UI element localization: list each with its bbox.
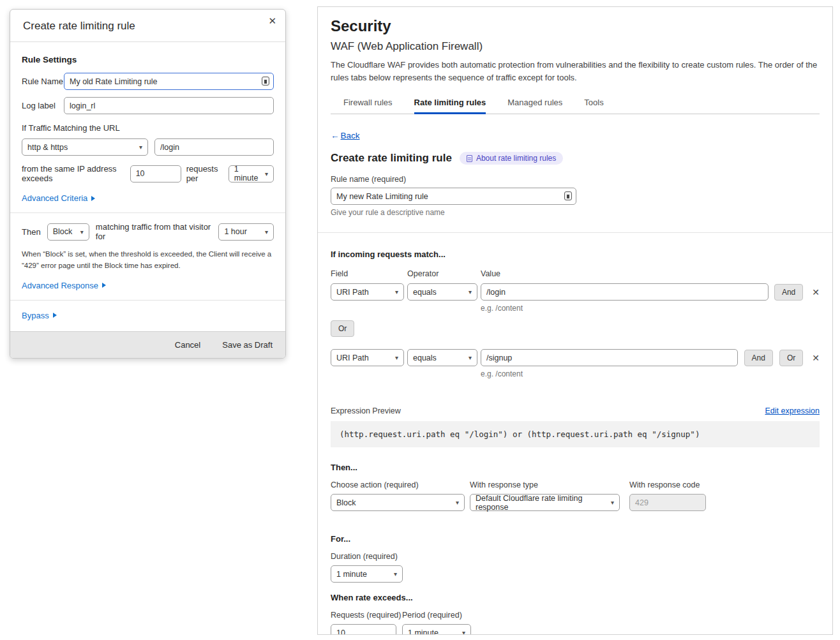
back-link[interactable]: ← Back — [331, 131, 360, 140]
password-manager-icon[interactable] — [564, 191, 572, 200]
chevron-down-icon: ▾ — [611, 499, 614, 506]
or-button[interactable]: Or — [331, 320, 354, 337]
for-heading: For... — [331, 534, 820, 544]
divider — [10, 212, 285, 213]
security-waf-panel: Security WAF (Web Application Firewall) … — [317, 6, 833, 635]
threshold-input[interactable] — [130, 165, 181, 182]
remove-condition-icon[interactable]: ✕ — [812, 353, 820, 363]
password-manager-icon[interactable] — [262, 77, 269, 86]
value-hint: e.g. /content — [481, 369, 820, 378]
operator-select[interactable]: equals ▾ — [407, 283, 477, 301]
chevron-down-icon: ▾ — [462, 629, 465, 635]
chevron-down-icon: ▾ — [456, 499, 459, 506]
rule-name-label: Rule Name — [22, 77, 64, 86]
condition-row: URI Path ▾ equals ▾ And Or ✕ — [331, 349, 820, 366]
chevron-down-icon: ▾ — [80, 228, 84, 235]
rule-name-input[interactable] — [331, 188, 576, 205]
cancel-button[interactable]: Cancel — [175, 340, 200, 350]
page-subtitle: WAF (Web Application Firewall) — [331, 40, 820, 53]
match-heading: If incoming requests match... — [331, 249, 820, 259]
traffic-match-label: If Traffic Matching the URL — [22, 123, 274, 133]
operator-label: Operator — [407, 269, 477, 278]
advanced-criteria-link[interactable]: Advanced Criteria — [22, 193, 95, 203]
chevron-down-icon: ▾ — [394, 570, 397, 577]
save-as-draft-button[interactable]: Save as Draft — [222, 340, 273, 350]
and-button[interactable]: And — [744, 350, 773, 366]
page-description: The Cloudflare WAF provides both automat… — [331, 59, 820, 84]
threshold-prefix: from the same IP address exceeds — [22, 164, 125, 183]
then-heading: Then... — [331, 463, 820, 472]
log-label-label: Log label — [22, 101, 64, 110]
operator-select[interactable]: equals ▾ — [407, 349, 477, 366]
disclosure-arrow-icon — [53, 313, 57, 318]
create-rate-limit-dialog: Create rate limiting rule ✕ Rule Setting… — [10, 9, 286, 359]
response-type-label: With response type — [470, 480, 629, 489]
choose-action-select[interactable]: Block ▾ — [331, 494, 465, 511]
chevron-down-icon: ▾ — [265, 170, 268, 177]
scheme-select[interactable]: http & https ▾ — [22, 138, 148, 156]
chevron-down-icon: ▾ — [395, 354, 398, 361]
back-arrow-icon: ← — [331, 131, 340, 140]
tab-rate-limiting-rules[interactable]: Rate limiting rules — [414, 94, 486, 114]
value-hint: e.g. /content — [481, 304, 820, 313]
tab-managed-rules[interactable]: Managed rules — [507, 94, 562, 114]
chevron-down-icon: ▾ — [469, 288, 472, 295]
waf-tabs: Firewall rules Rate limiting rules Manag… — [331, 94, 820, 114]
chevron-down-icon: ▾ — [469, 354, 472, 361]
ban-duration-select[interactable]: 1 hour ▾ — [218, 223, 274, 241]
response-code-label: With response code — [629, 480, 700, 489]
or-button[interactable]: Or — [779, 350, 803, 366]
then-suffix: matching traffic from that visitor for — [96, 222, 214, 241]
dialog-footer: Cancel Save as Draft — [10, 331, 285, 358]
requests-input[interactable] — [331, 624, 396, 635]
response-type-select[interactable]: Default Cloudflare rate limiting respons… — [470, 494, 620, 511]
chevron-down-icon: ▾ — [265, 228, 268, 235]
duration-select[interactable]: 1 minute ▾ — [331, 565, 403, 583]
disclosure-arrow-icon — [91, 196, 95, 201]
divider — [10, 300, 285, 301]
divider — [318, 232, 832, 233]
period-select[interactable]: 1 minute ▾ — [402, 624, 471, 635]
rule-name-input[interactable] — [64, 73, 274, 90]
url-input[interactable] — [154, 138, 274, 156]
then-label: Then — [22, 227, 41, 237]
field-select[interactable]: URI Path ▾ — [331, 283, 404, 301]
disclosure-arrow-icon — [102, 283, 106, 288]
close-icon[interactable]: ✕ — [268, 16, 276, 26]
dialog-header: Create rate limiting rule ✕ — [10, 10, 285, 42]
choose-action-label: Choose action (required) — [331, 480, 470, 489]
action-select[interactable]: Block ▾ — [47, 223, 89, 241]
expression-preview-label: Expression Preview — [331, 406, 401, 415]
threshold-suffix: requests per — [186, 164, 223, 183]
rule-settings-heading: Rule Settings — [22, 55, 274, 64]
bypass-link[interactable]: Bypass — [22, 311, 57, 320]
period-label: Period (required) — [402, 611, 462, 620]
tab-firewall-rules[interactable]: Firewall rules — [343, 94, 393, 114]
doc-icon — [467, 155, 472, 162]
expression-preview: (http.request.uri.path eq "/login") or (… — [331, 421, 820, 447]
value-input[interactable] — [481, 349, 738, 366]
block-note: When “Block” is set, when the threshold … — [22, 249, 274, 272]
edit-expression-link[interactable]: Edit expression — [765, 406, 820, 415]
about-rate-limiting-badge[interactable]: About rate limiting rules — [460, 152, 563, 165]
rule-name-help: Give your rule a descriptive name — [331, 208, 820, 217]
remove-condition-icon[interactable]: ✕ — [812, 287, 820, 297]
value-input[interactable] — [481, 283, 769, 301]
form-title: Create rate limiting rule — [331, 152, 452, 165]
advanced-response-link[interactable]: Advanced Response — [22, 281, 106, 290]
tab-tools[interactable]: Tools — [584, 94, 603, 114]
requests-label: Requests (required) — [331, 611, 402, 620]
period-select[interactable]: 1 minute ▾ — [229, 165, 274, 182]
dialog-title: Create rate limiting rule — [23, 20, 135, 32]
rule-name-label: Rule name (required) — [331, 175, 820, 184]
field-label: Field — [331, 269, 404, 278]
log-label-input[interactable] — [64, 97, 274, 114]
and-button[interactable]: And — [774, 284, 803, 301]
chevron-down-icon: ▾ — [139, 144, 142, 151]
duration-label: Duration (required) — [331, 552, 820, 561]
page-title: Security — [331, 17, 820, 35]
rate-heading: When rate exceeds... — [331, 593, 820, 602]
field-select[interactable]: URI Path ▾ — [331, 349, 404, 366]
value-label: Value — [481, 269, 500, 278]
condition-row: URI Path ▾ equals ▾ And ✕ — [331, 283, 820, 301]
